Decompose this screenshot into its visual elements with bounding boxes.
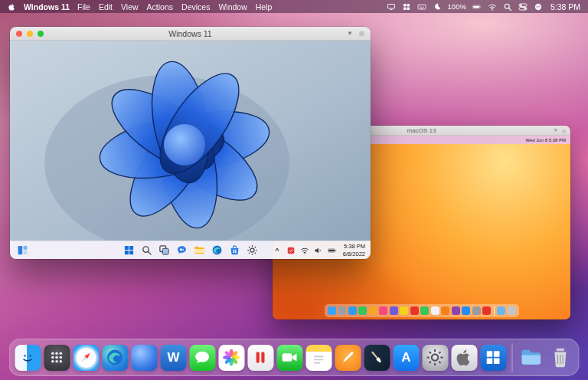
widgets-button[interactable] [15, 243, 30, 257]
dock-messages-icon[interactable] [190, 345, 216, 371]
zoom-button[interactable] [38, 31, 44, 37]
taskbar-chat-icon[interactable] [175, 243, 189, 257]
windows-vm-titlebar[interactable]: Windows 11 ▼ ◎ [10, 27, 371, 41]
vm-dock-app-icon[interactable] [390, 306, 398, 315]
vm-dock-app-icon[interactable] [348, 306, 357, 315]
battery-percentage: 100% [448, 2, 466, 11]
menu-clock[interactable]: 5:38 PM [550, 2, 580, 11]
windows-desktop-wallpaper [10, 41, 371, 241]
dock-windows-11-icon[interactable] [481, 345, 507, 371]
vm-dock-app-icon[interactable] [497, 306, 505, 315]
dock-photos-icon[interactable] [219, 345, 245, 371]
active-app-name[interactable]: Windows 11 [24, 2, 70, 11]
vm-dock-app-icon[interactable] [328, 306, 336, 315]
menu-window[interactable]: Window [218, 2, 247, 11]
taskbar-file-explorer-icon[interactable] [192, 243, 207, 257]
tray-security-icon[interactable] [286, 245, 296, 256]
status-icons-right [488, 2, 543, 11]
windows-taskbar: ^ 5:38 PM 6/8/2022 [10, 241, 371, 259]
view-dropdown-icon[interactable]: ▼ [347, 30, 353, 37]
taskbar-date: 6/8/2022 [343, 251, 365, 257]
vm-dock-app-icon[interactable] [358, 306, 367, 315]
status-icons-left [387, 2, 442, 11]
vm-dock-app-icon[interactable] [379, 306, 387, 315]
titlebar-controls: ▼ ◎ [554, 128, 566, 133]
dock-word-glyph: W [167, 351, 179, 364]
vm-dock-app-icon[interactable] [431, 306, 439, 315]
vm-dock-divider [494, 306, 495, 316]
desktop: Windows 11 FileEditViewActionsDevicesWin… [0, 0, 588, 380]
menu-edit[interactable]: Edit [99, 2, 113, 11]
menu-actions[interactable]: Actions [147, 2, 173, 11]
status-keyboard-icon[interactable] [417, 2, 426, 11]
taskbar-start-icon[interactable] [122, 243, 136, 257]
close-button[interactable] [16, 31, 22, 37]
taskbar-edge-icon[interactable] [210, 243, 224, 257]
dock-edge-icon[interactable] [103, 345, 129, 371]
parallels-status-icon[interactable]: ◎ [359, 30, 364, 37]
vm-dock-app-icon[interactable] [369, 306, 377, 315]
dock-trash-icon[interactable] [547, 345, 573, 371]
vm-dock-app-icon[interactable] [462, 306, 470, 315]
apple-menu-icon[interactable] [8, 2, 16, 11]
status-display-icon[interactable] [387, 2, 396, 11]
dock-parallels-icon[interactable] [248, 345, 274, 371]
taskbar-search-icon[interactable] [139, 243, 154, 257]
taskbar-clock[interactable]: 5:38 PM 6/8/2022 [343, 243, 365, 257]
tray-battery-icon[interactable] [327, 245, 338, 256]
dock-launchpad-icon[interactable] [44, 345, 70, 371]
menu-status-area: 100% 5:38 PM [387, 2, 580, 11]
tray-volume-icon[interactable] [313, 245, 324, 256]
view-dropdown-icon[interactable]: ▼ [554, 128, 558, 133]
titlebar-controls: ▼ ◎ [347, 30, 364, 37]
vm-dock-app-icon[interactable] [338, 306, 346, 315]
dock-facetime-icon[interactable] [277, 345, 303, 371]
vm-dock-app-icon[interactable] [452, 306, 460, 315]
dock-finder-icon[interactable] [15, 345, 41, 371]
taskbar-time: 5:38 PM [343, 243, 365, 250]
window-traffic-lights [16, 31, 44, 37]
status-control-center-icon[interactable] [518, 2, 528, 11]
menu-file[interactable]: File [77, 2, 90, 11]
dock-safari-icon[interactable] [74, 345, 100, 371]
taskbar-system-tray: ^ 5:38 PM 6/8/2022 [272, 243, 365, 257]
dock-notes-icon[interactable] [306, 345, 332, 371]
dock-system-settings-icon[interactable] [423, 345, 449, 371]
status-apps-grid-icon[interactable] [402, 2, 411, 11]
vm-dock-app-icon[interactable] [441, 306, 449, 315]
dock-pixelmator-icon[interactable] [364, 345, 390, 371]
tray-network-icon[interactable] [299, 245, 310, 256]
vm-dock-app-icon[interactable] [400, 306, 408, 315]
window-title: Windows 11 [10, 29, 371, 38]
menu-view[interactable]: View [121, 2, 139, 11]
taskbar-task-view-icon[interactable] [157, 243, 172, 257]
taskbar-settings-icon[interactable] [245, 243, 260, 257]
vm-dock-app-icon[interactable] [472, 306, 481, 315]
minimize-button[interactable] [27, 31, 33, 37]
vm-dock [325, 304, 519, 317]
vm-dock-app-icon[interactable] [482, 306, 491, 315]
status-moon-icon[interactable] [433, 2, 442, 11]
battery-icon[interactable] [472, 2, 482, 11]
dock-apple-app-icon[interactable] [452, 345, 478, 371]
dock-word-icon[interactable]: W [161, 345, 187, 371]
taskbar-store-icon[interactable] [227, 243, 242, 257]
windows-11-vm-window[interactable]: Windows 11 ▼ ◎ [10, 27, 371, 259]
windows-bloom-art [10, 41, 371, 241]
dock-browser-orb-icon[interactable] [132, 345, 158, 371]
menu-help[interactable]: Help [256, 2, 273, 11]
parallels-status-icon[interactable]: ◎ [562, 128, 566, 133]
vm-dock-app-icon[interactable] [508, 306, 516, 315]
dock-downloads-folder-icon[interactable] [518, 345, 544, 371]
status-wifi-icon[interactable] [488, 2, 497, 11]
dock-app-store-glyph: A [401, 351, 410, 364]
status-siri-icon[interactable] [534, 2, 543, 11]
dock-app-store-icon[interactable]: A [394, 345, 420, 371]
vm-menu-clock[interactable]: Wed Jun 8 5:38 PM [525, 138, 566, 142]
vm-dock-app-icon[interactable] [420, 306, 429, 315]
status-search-icon[interactable] [503, 2, 512, 11]
dock-pages-icon[interactable] [335, 345, 361, 371]
menu-devices[interactable]: Devices [181, 2, 210, 11]
vm-dock-app-icon[interactable] [410, 306, 419, 315]
tray-chevron-up-icon[interactable]: ^ [272, 245, 283, 256]
